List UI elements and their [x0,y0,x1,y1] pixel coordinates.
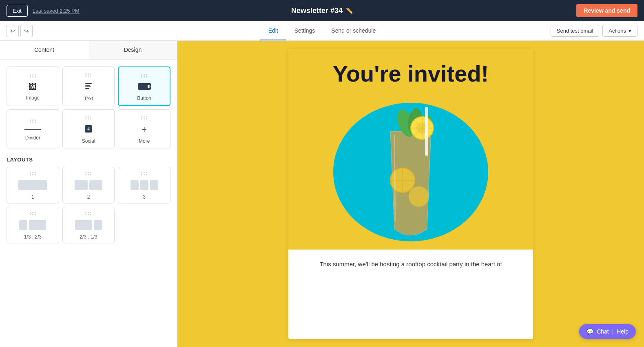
tab-settings[interactable]: Settings [286,22,323,40]
block-dots [141,116,147,119]
sidebar: Content Design 🖼 Image [0,41,177,347]
image-icon: 🖼 [29,82,37,92]
social-label: Social [82,138,95,144]
newsletter-title: Newsletter #34 [291,7,343,15]
layouts-section: LAYOUTS 1 [7,157,170,243]
top-nav-right: Review and send [576,4,637,17]
layout-3[interactable]: 3 [118,167,170,203]
second-nav-right: Send test email Actions ▾ [551,25,637,37]
layout-2-3-1-3[interactable]: 2/3 : 1/3 [62,207,115,243]
block-dots [85,212,91,215]
block-divider[interactable]: Divider [7,109,59,148]
top-nav-center: Newsletter #34 ✏️ [291,7,353,15]
block-dots [30,119,36,123]
block-dots [141,74,147,77]
actions-label: Actions [609,28,626,34]
tab-edit[interactable]: Edit [260,22,286,40]
layout-block [131,180,139,190]
layout-block [89,180,102,190]
top-nav-left: Exit Last saved 2:25 PM [7,5,80,17]
svg-rect-3 [85,88,89,89]
block-dots [141,172,147,175]
layout-2-3-1-3-label: 2/3 : 1/3 [80,234,97,240]
layout-preview [10,220,55,230]
editor-tabs: Edit Settings Send or schedule [260,22,384,40]
layout-preview [66,220,111,230]
block-dots [30,172,36,175]
sidebar-tab-design[interactable]: Design [89,41,177,60]
svg-rect-0 [85,83,92,84]
sidebar-tab-content[interactable]: Content [0,41,89,60]
layout-block [19,220,27,230]
social-icon: # [84,124,93,135]
svg-rect-2 [85,86,91,87]
undo-redo-controls: ↩ ↪ [7,25,33,37]
redo-button[interactable]: ↪ [20,25,33,37]
image-label: Image [26,95,40,101]
button-icon [138,82,151,92]
layout-3-label: 3 [143,194,146,200]
svg-rect-1 [85,85,90,86]
layout-block [18,180,47,190]
more-label: More [139,138,150,144]
chat-label: Chat [597,328,609,335]
sidebar-tabs: Content Design [0,41,177,60]
send-test-button[interactable]: Send test email [551,25,600,37]
help-label: Help [617,328,629,335]
layout-preview [66,180,111,190]
chevron-down-icon: ▾ [629,28,631,34]
divider-icon [24,129,41,130]
layout-block [75,180,88,190]
layout-1-3-2-3[interactable]: 1/3 : 2/3 [7,207,59,243]
layouts-title: LAYOUTS [7,157,170,163]
text-label: Text [84,96,93,102]
button-label: Button [137,95,151,101]
drink-illustration [362,99,460,254]
invited-heading: You're invited! [301,61,521,86]
svg-rect-23 [425,107,428,156]
block-button[interactable]: Button [118,66,170,106]
email-canvas: You're invited! [288,49,533,339]
block-dots [85,73,91,77]
layout-2[interactable]: 2 [62,167,115,203]
layout-block [140,180,148,190]
blocks-grid: 🖼 Image [7,66,170,148]
top-navigation: Exit Last saved 2:25 PM Newsletter #34 ✏… [0,0,644,21]
more-icon: + [142,124,147,135]
tab-send-schedule[interactable]: Send or schedule [323,22,384,40]
block-image[interactable]: 🖼 Image [7,66,59,106]
body-text: This summer, we'll be hosting a rooftop … [301,259,521,269]
divider-label: Divider [25,135,40,141]
layout-block [94,220,102,230]
block-dots [85,172,91,175]
chat-divider: | [612,328,614,335]
undo-button[interactable]: ↩ [7,25,19,37]
actions-button[interactable]: Actions ▾ [602,25,637,37]
layout-2-label: 2 [87,194,90,200]
review-send-button[interactable]: Review and send [576,4,637,17]
block-dots [85,116,91,119]
exit-button[interactable]: Exit [7,5,28,17]
block-more[interactable]: + More [118,109,170,148]
last-saved-label[interactable]: Last saved 2:25 PM [33,8,80,14]
chat-help-button[interactable]: 💬 Chat | Help [579,324,636,339]
chat-bubble-icon: 💬 [586,328,593,335]
text-icon [84,82,93,93]
layout-1[interactable]: 1 [7,167,59,203]
layout-preview [10,180,55,190]
edit-title-icon[interactable]: ✏️ [346,7,353,14]
layouts-grid: 1 2 [7,167,170,243]
layout-block [75,220,92,230]
layout-1-label: 1 [31,194,34,200]
svg-point-9 [409,186,429,207]
layout-block [29,220,46,230]
layout-block [150,180,158,190]
block-dots [30,74,36,77]
layout-preview [122,180,167,190]
block-dots [30,212,36,215]
layout-1-3-2-3-label: 1/3 : 2/3 [24,234,42,240]
block-text[interactable]: Text [62,66,115,106]
main-layout: Content Design 🖼 Image [0,41,644,347]
sidebar-content: 🖼 Image [0,60,177,250]
block-social[interactable]: # Social [62,109,115,148]
